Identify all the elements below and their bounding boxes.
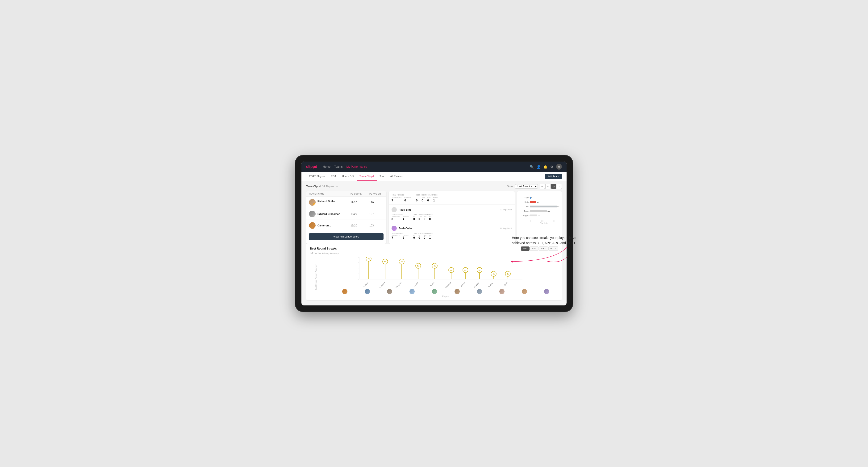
nav-home[interactable]: Home [323, 164, 331, 169]
svg-text:Pars: Pars [526, 206, 530, 207]
svg-rect-1 [530, 197, 531, 199]
player-rounds-header: Rees Britt 02 Sep 2023 [392, 207, 512, 212]
add-team-button[interactable]: Add Team [545, 174, 562, 179]
tourn-val-rb: 8 [392, 217, 400, 221]
putt-label-1: PUTT [433, 196, 438, 198]
col-pb-score: PB SCORE [350, 193, 369, 195]
svg-text:Birdies: Birdies [525, 201, 530, 203]
view-leaderboard-button[interactable]: View Full Leaderboard [309, 233, 383, 240]
sub-nav-links: PGAT Players PGA Hcaps 1-5 Team Clippd T… [306, 172, 405, 181]
rounds-card: Total Rounds Tournament 7 Practice [389, 191, 515, 244]
svg-rect-4 [530, 201, 536, 203]
tourn-label-jc: Tournament [392, 235, 400, 236]
svg-text:400: 400 [552, 220, 555, 222]
edit-icon[interactable]: ✏ [336, 185, 338, 188]
svg-text:M. Maher: M. Maher [474, 282, 480, 287]
tournament-val-1: 7 [392, 198, 401, 202]
tablet-screen: clippd Home Teams My Performance 🔍 👤 🔔 ⚙… [302, 161, 566, 305]
profile-icon[interactable]: 👤 [536, 165, 540, 168]
top-nav: clippd Home Teams My Performance 🔍 👤 🔔 ⚙… [302, 161, 566, 172]
settings-icon[interactable]: ⚙ [550, 165, 553, 168]
lb-header: PLAYER NAME PB SCORE PB AVG SQ [306, 191, 386, 197]
tab-pgat-players[interactable]: PGAT Players [306, 172, 328, 181]
player-name: Josh Coles [399, 227, 412, 230]
list-view-btn[interactable]: ≡ [545, 184, 551, 189]
svg-text:200: 200 [541, 220, 544, 222]
svg-text:2: 2 [359, 273, 360, 274]
activities-label-1: Total Practice Activities [416, 194, 438, 196]
avatar [392, 207, 397, 212]
svg-text:R. Britt: R. Britt [430, 282, 435, 286]
tab-arg[interactable]: ARG [539, 247, 548, 251]
ott-val-1: 0 [416, 198, 420, 202]
sub-nav: PGAT Players PGA Hcaps 1-5 Team Clippd T… [302, 172, 566, 181]
svg-text:Total Shots: Total Shots [540, 222, 548, 224]
player-info: 1 Richard Butler ♦ [309, 199, 350, 206]
nav-my-performance[interactable]: My Performance [346, 164, 367, 169]
svg-text:96: 96 [537, 201, 539, 203]
player-name: Richard Butler [317, 200, 335, 203]
lollipop-avatar-item [356, 289, 378, 294]
export-btn[interactable]: ↓ [557, 184, 562, 189]
lollipop-avatar-item [401, 289, 423, 294]
period-select[interactable]: Last 3 months [515, 184, 538, 189]
prac-label-rb: Practice [403, 216, 408, 217]
svg-text:J. Coles: J. Coles [413, 282, 418, 287]
svg-text:4x: 4x [478, 269, 480, 271]
chart-view-btn[interactable]: ◫ [551, 184, 556, 189]
table-row: 1 Richard Butler ♦ 19/20 110 [306, 197, 386, 208]
lollipop-chart-area: 0 2 4 6 8 7x E. Ewert [322, 257, 558, 298]
team-controls: Show Last 3 months ⊞ ≡ ◫ ↓ [507, 184, 562, 189]
player-name: Edward Crossman [317, 213, 340, 215]
prac-label-jc: Practice [403, 235, 408, 236]
player-info: 3 Cameron... [309, 222, 350, 229]
search-icon[interactable]: 🔍 [530, 165, 534, 168]
tab-ott[interactable]: OTT [521, 247, 530, 251]
tab-hcaps[interactable]: Hcaps 1-5 [339, 172, 356, 181]
player-count: 14 Players [322, 185, 334, 188]
pb-score: 18/20 [350, 213, 369, 215]
tourn-label-rb: Tournament [392, 216, 400, 217]
svg-text:8: 8 [359, 257, 360, 258]
rank-badge-3: 3 [313, 226, 316, 229]
lollipop-avatar-item [334, 289, 356, 294]
svg-text:6x: 6x [384, 261, 386, 262]
table-row: 3 Cameron... 17/20 103 [306, 220, 386, 231]
pb-avg: 107 [369, 213, 383, 215]
svg-text:D. Bogeys +: D. Bogeys + [521, 215, 529, 217]
pb-avg: 103 [369, 224, 383, 227]
app-val-1: 0 [422, 198, 425, 202]
tab-pga[interactable]: PGA [328, 172, 339, 181]
bell-icon[interactable]: 🔔 [544, 165, 548, 168]
annotation-text: Here you can see streaks your players ha… [512, 235, 578, 246]
tab-all-players[interactable]: All Players [388, 172, 405, 181]
app-label-1: APP [422, 196, 425, 198]
svg-text:D. Ford: D. Ford [460, 282, 466, 287]
putt-val-1: 1 [433, 198, 438, 202]
lb-footer: View Full Leaderboard [306, 231, 386, 244]
svg-text:4x: 4x [450, 269, 452, 271]
tab-tour[interactable]: Tour [377, 172, 387, 181]
nav-teams[interactable]: Teams [334, 164, 342, 169]
tab-team-clippd[interactable]: Team Clippd [356, 172, 377, 181]
tab-putt[interactable]: PUTT [549, 247, 558, 251]
svg-text:4: 4 [359, 268, 360, 269]
user-avatar[interactable]: U [556, 164, 562, 169]
round-date: 02 Sep 2023 [500, 209, 512, 211]
avatar [432, 289, 437, 294]
tab-app[interactable]: APP [530, 247, 538, 251]
pb-avg: 110 [369, 201, 383, 204]
svg-text:Eagles: Eagles [525, 197, 530, 199]
svg-text:311: 311 [547, 210, 550, 212]
team-header: Team Clippd 14 Players ✏ Show Last 3 mon… [306, 184, 562, 189]
tablet-frame: clippd Home Teams My Performance 🔍 👤 🔔 ⚙… [295, 155, 573, 312]
grid-view-btn[interactable]: ⊞ [540, 184, 545, 189]
avatar [365, 289, 370, 294]
svg-text:3x: 3x [507, 273, 509, 275]
svg-text:3x: 3x [493, 273, 495, 275]
player-info: 2 Edward Crossman [309, 211, 350, 217]
rank-badge-1: 1 [313, 203, 316, 206]
lollipop-avatar-item [536, 289, 558, 294]
table-row: 2 Edward Crossman 18/20 107 [306, 208, 386, 220]
lollipop-avatar-item [423, 289, 446, 294]
